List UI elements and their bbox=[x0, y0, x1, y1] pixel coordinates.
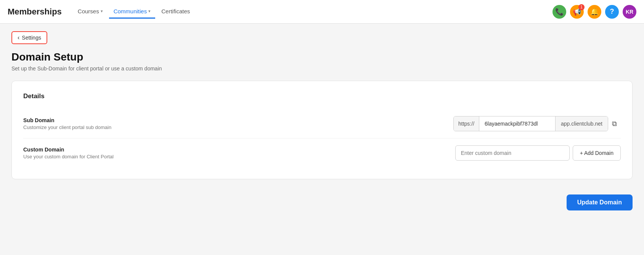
announce-badge: 1 bbox=[578, 4, 585, 10]
nav-courses[interactable]: Courses ▾ bbox=[73, 5, 108, 19]
page-title: Domain Setup bbox=[11, 51, 633, 63]
subdomain-suffix: app.clientclub.net bbox=[556, 116, 608, 131]
chevron-down-icon: ▾ bbox=[148, 9, 151, 14]
help-button[interactable]: ? bbox=[605, 5, 619, 19]
update-domain-button[interactable]: Update Domain bbox=[567, 194, 633, 210]
back-arrow-icon: ‹ bbox=[18, 34, 19, 41]
subdomain-value: 6layaemackpibf7873dl bbox=[479, 116, 556, 131]
page-subtitle: Set up the Sub-Domain for client portal … bbox=[11, 65, 633, 72]
custom-domain-desc: Use your custom domain for Client Portal bbox=[23, 154, 115, 159]
subdomain-row: Sub Domain Customize your client portal … bbox=[23, 109, 621, 139]
announce-button[interactable]: 📢 1 bbox=[570, 5, 584, 19]
custom-domain-row: Custom Domain Use your custom domain for… bbox=[23, 139, 621, 167]
copy-subdomain-button[interactable]: ⧉ bbox=[608, 116, 621, 131]
subdomain-control: https:// 6layaemackpibf7873dl app.client… bbox=[453, 116, 621, 131]
avatar-button[interactable]: KR bbox=[623, 5, 636, 19]
bell-button[interactable]: 🔔 bbox=[588, 5, 601, 19]
custom-domain-input[interactable] bbox=[455, 145, 570, 161]
subdomain-label: Sub Domain bbox=[23, 117, 115, 123]
subdomain-display: https:// 6layaemackpibf7873dl app.client… bbox=[453, 116, 608, 131]
nav-certificates[interactable]: Certificates bbox=[157, 5, 194, 19]
subdomain-desc: Customize your client portal sub domain bbox=[23, 124, 115, 130]
brand: Memberships bbox=[8, 7, 62, 17]
custom-domain-label: Custom Domain bbox=[23, 147, 115, 153]
copy-icon: ⧉ bbox=[612, 120, 617, 128]
chevron-down-icon: ▾ bbox=[101, 9, 103, 14]
add-domain-button[interactable]: + Add Domain bbox=[573, 145, 621, 161]
bottom-actions: Update Domain bbox=[11, 194, 633, 210]
page-content: ‹ Settings Domain Setup Set up the Sub-D… bbox=[0, 24, 644, 218]
navbar: Memberships Courses ▾ Communities ▾ Cert… bbox=[0, 0, 644, 24]
section-title: Details bbox=[23, 92, 621, 100]
nav-links: Courses ▾ Communities ▾ Certificates bbox=[73, 5, 552, 19]
avatar-label: KR bbox=[626, 9, 633, 15]
phone-button[interactable]: 📞 bbox=[552, 5, 566, 19]
back-settings-button[interactable]: ‹ Settings bbox=[11, 31, 47, 44]
subdomain-prefix: https:// bbox=[454, 116, 479, 131]
custom-domain-control: + Add Domain bbox=[455, 145, 621, 161]
custom-domain-label-group: Custom Domain Use your custom domain for… bbox=[23, 147, 115, 159]
bell-icon: 🔔 bbox=[590, 8, 599, 16]
phone-icon: 📞 bbox=[555, 8, 564, 16]
nav-communities[interactable]: Communities ▾ bbox=[109, 5, 156, 19]
subdomain-label-group: Sub Domain Customize your client portal … bbox=[23, 117, 115, 130]
details-card: Details Sub Domain Customize your client… bbox=[11, 81, 633, 179]
navbar-icons: 📞 📢 1 🔔 ? KR bbox=[552, 5, 636, 19]
help-icon: ? bbox=[610, 8, 614, 16]
